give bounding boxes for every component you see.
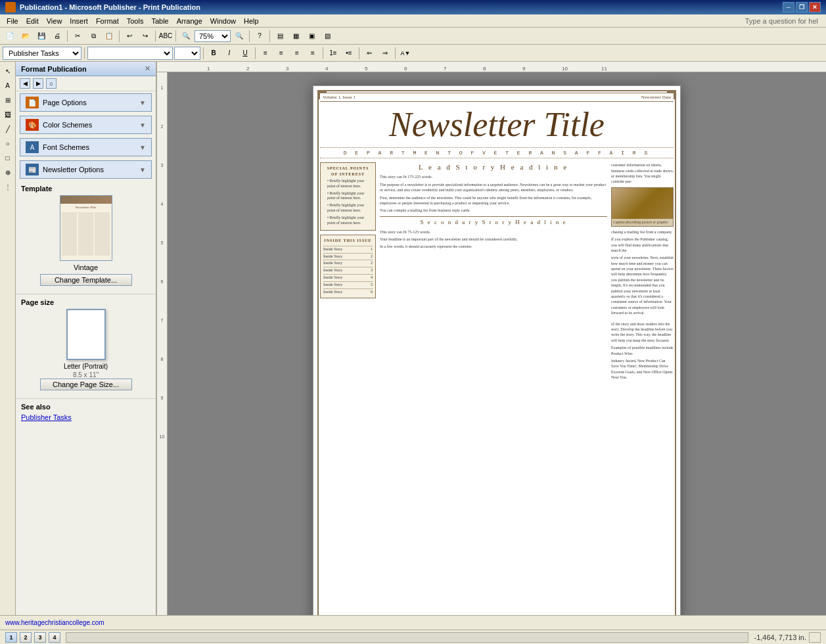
- text-tool[interactable]: A: [1, 79, 14, 92]
- view-btn4[interactable]: ▧: [320, 30, 334, 43]
- zoom-out-btn[interactable]: 🔍: [232, 30, 246, 43]
- ruler-v-8: 8: [157, 357, 167, 361]
- panel-header: Format Publication ✕: [16, 62, 156, 76]
- nav-back-btn[interactable]: ◀: [20, 78, 30, 89]
- ruler-v-7: 7: [157, 318, 167, 323]
- indent-increase-btn[interactable]: ⇒: [378, 47, 392, 60]
- menu-tools[interactable]: Tools: [123, 16, 148, 26]
- corner-tr: [667, 91, 675, 99]
- picture-tool[interactable]: 🖼: [1, 108, 14, 121]
- align-center-btn[interactable]: ≡: [274, 47, 288, 60]
- publisher-tasks-link[interactable]: Publisher Tasks: [21, 413, 72, 421]
- menu-table[interactable]: Table: [147, 16, 172, 26]
- ruler-mark-1: 1: [207, 66, 210, 72]
- font-select[interactable]: [87, 47, 173, 60]
- change-page-size-btn[interactable]: Change Page Size...: [40, 379, 132, 390]
- template-section-title: Template: [21, 185, 150, 193]
- undo-btn[interactable]: ↩: [122, 30, 137, 43]
- rect-tool[interactable]: □: [1, 151, 14, 164]
- nav-home-btn[interactable]: ⌂: [46, 78, 57, 89]
- nl-volume: Volume 1, Issue 1: [323, 95, 356, 100]
- nav-forward-btn[interactable]: ▶: [33, 78, 43, 89]
- help-btn[interactable]: ?: [252, 30, 267, 43]
- color-schemes-btn[interactable]: 🎨 Color Schemes ▼: [20, 116, 152, 134]
- nl-header-bar: Volume 1, Issue 1 Newsletter Date: [320, 93, 674, 102]
- panel-close-btn[interactable]: ✕: [145, 64, 150, 73]
- menu-view[interactable]: View: [43, 16, 66, 26]
- open-btn[interactable]: 📂: [18, 30, 33, 43]
- redo-btn[interactable]: ↪: [138, 30, 152, 43]
- menu-insert[interactable]: Insert: [66, 16, 92, 26]
- numbering-btn[interactable]: 1≡: [326, 47, 340, 60]
- template-mini-title: Newsletter Title: [60, 204, 112, 211]
- tasks-dropdown[interactable]: Publisher Tasks: [3, 47, 81, 60]
- horizontal-scrollbar[interactable]: [66, 632, 748, 643]
- page-nav-2[interactable]: 2: [20, 632, 32, 643]
- menu-window[interactable]: Window: [206, 16, 240, 26]
- page-nav-3[interactable]: 3: [34, 632, 46, 643]
- template-col2: [78, 212, 93, 256]
- nl-title[interactable]: Newsletter Title: [320, 106, 674, 143]
- template-col1: [62, 212, 77, 256]
- connect-tool[interactable]: ⋮: [1, 180, 14, 193]
- font-schemes-btn[interactable]: A Font Schemes ▼: [20, 138, 152, 156]
- close-btn[interactable]: ✕: [809, 2, 821, 12]
- menu-format[interactable]: Format: [92, 16, 123, 26]
- spell-btn[interactable]: ABC: [158, 30, 173, 43]
- align-right-btn[interactable]: ≡: [290, 47, 304, 60]
- page-options-icon: 📄: [26, 97, 39, 108]
- view-btn3[interactable]: ▣: [304, 30, 319, 43]
- secondary-body1: This story can fit 75-125 words.: [380, 229, 607, 235]
- lead-body2: The purpose of a newsletter is to provid…: [380, 182, 607, 193]
- italic-btn[interactable]: I: [222, 47, 237, 60]
- window-controls[interactable]: ─ ❐ ✕: [783, 2, 821, 12]
- font-schemes-icon: A: [26, 141, 39, 153]
- page-nav-4[interactable]: 4: [49, 632, 60, 643]
- restore-btn[interactable]: ❐: [796, 2, 808, 12]
- newsletter-options-btn[interactable]: 📰 Newsletter Options ▼: [20, 160, 152, 179]
- align-justify-btn[interactable]: ≡: [306, 47, 320, 60]
- cut-btn[interactable]: ✂: [70, 30, 85, 43]
- bold-btn[interactable]: B: [206, 47, 221, 60]
- menu-help[interactable]: Help: [240, 16, 263, 26]
- indent-decrease-btn[interactable]: ⇐: [362, 47, 377, 60]
- font-color-btn[interactable]: A▼: [398, 47, 413, 60]
- new-btn[interactable]: 📄: [3, 30, 17, 43]
- canvas-area[interactable]: 1 2 3 4 5 6 7 8 9 10 11 1 2: [157, 62, 826, 615]
- bullet-btn[interactable]: •≡: [342, 47, 356, 60]
- document-page[interactable]: Volume 1, Issue 1 Newsletter Date Newsle…: [313, 85, 681, 615]
- save-btn[interactable]: 💾: [34, 30, 49, 43]
- select-tool[interactable]: ↖: [1, 64, 14, 78]
- paste-btn[interactable]: 📋: [102, 30, 116, 43]
- menu-arrange[interactable]: Arrange: [173, 16, 206, 26]
- oval-tool[interactable]: ○: [1, 137, 14, 150]
- autoflow-tool[interactable]: ⊕: [1, 166, 14, 179]
- zoom-select[interactable]: 75% 50% 100% 150%: [195, 30, 231, 42]
- page-options-btn[interactable]: 📄 Page Options ▼: [20, 93, 152, 112]
- ruler-vertical: 1 2 3 4 5 6 7 8 9 10: [157, 72, 168, 615]
- zoom-in-btn[interactable]: 🔍: [179, 30, 193, 43]
- line-tool[interactable]: ╱: [1, 122, 14, 135]
- font-size-select[interactable]: [174, 47, 200, 60]
- nl-dept-bar: D E P A R T M E N T O F V E T E R A N S …: [320, 147, 674, 158]
- menu-edit[interactable]: Edit: [22, 16, 43, 26]
- print-btn[interactable]: 🖨: [50, 30, 64, 43]
- minimize-btn[interactable]: ─: [783, 2, 794, 12]
- align-left-btn[interactable]: ≡: [258, 47, 273, 60]
- sep1: [67, 30, 68, 42]
- ruler-mark-5: 5: [365, 66, 367, 72]
- ruler-v-10: 10: [157, 434, 167, 439]
- page-nav-1[interactable]: 1: [5, 632, 17, 643]
- view-btn1[interactable]: ▤: [273, 30, 287, 43]
- menu-file[interactable]: File: [3, 16, 22, 26]
- copy-btn[interactable]: ⧉: [86, 30, 101, 43]
- underline-btn[interactable]: U: [238, 47, 252, 60]
- change-template-btn[interactable]: Change Template...: [40, 274, 132, 286]
- lead-body-right1: customer information on sheets, business…: [611, 162, 674, 185]
- website-link[interactable]: www.heritagechristiancollege.com: [5, 619, 104, 626]
- font-schemes-arrow: ▼: [139, 144, 146, 151]
- view-btn2[interactable]: ▦: [288, 30, 303, 43]
- table-tool[interactable]: ⊞: [1, 93, 14, 106]
- inside-row-1: Inside Story 1: [323, 246, 373, 253]
- template-mini-body: [60, 211, 112, 257]
